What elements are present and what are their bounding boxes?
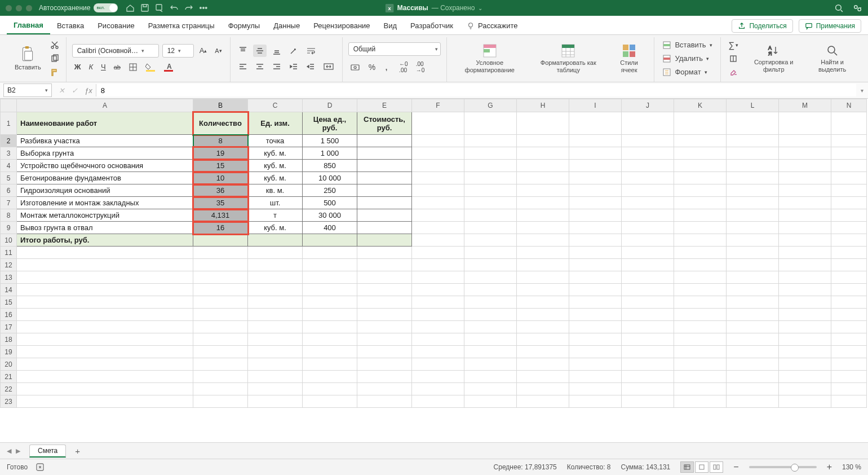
cell[interactable] xyxy=(357,247,412,259)
cell[interactable] xyxy=(779,296,831,309)
row-header[interactable]: 4 xyxy=(1,160,17,172)
cell[interactable] xyxy=(517,296,569,309)
cell[interactable] xyxy=(779,271,831,284)
cell[interactable] xyxy=(622,321,674,333)
cell[interactable] xyxy=(17,371,193,383)
cell[interactable]: т xyxy=(248,209,303,222)
cell[interactable] xyxy=(517,383,569,395)
cell[interactable] xyxy=(674,160,727,172)
cell[interactable] xyxy=(779,147,831,160)
cell[interactable] xyxy=(303,247,357,259)
maximize-dot[interactable] xyxy=(26,5,32,11)
cell[interactable] xyxy=(464,172,517,184)
cell[interactable] xyxy=(303,309,357,321)
strike-button[interactable]: ab xyxy=(112,62,123,72)
save-icon[interactable] xyxy=(140,3,149,12)
col-header[interactable]: G xyxy=(464,99,517,112)
cell[interactable] xyxy=(622,135,674,147)
row-header[interactable]: 23 xyxy=(1,395,17,408)
cell[interactable] xyxy=(569,284,622,296)
cell[interactable] xyxy=(303,259,357,271)
add-sheet-icon[interactable]: + xyxy=(72,445,83,457)
cell[interactable] xyxy=(464,346,517,358)
cell[interactable] xyxy=(464,135,517,147)
cell[interactable] xyxy=(517,358,569,371)
cell[interactable] xyxy=(831,346,867,358)
cell[interactable] xyxy=(193,321,248,333)
search-icon[interactable] xyxy=(834,3,844,13)
cell[interactable] xyxy=(357,222,412,234)
cell[interactable] xyxy=(303,271,357,284)
cell[interactable]: 36 xyxy=(193,184,248,197)
cell[interactable] xyxy=(831,284,867,296)
cell[interactable] xyxy=(674,247,727,259)
cell[interactable] xyxy=(17,321,193,333)
cell[interactable] xyxy=(248,296,303,309)
col-header[interactable]: A xyxy=(17,99,193,112)
cell[interactable] xyxy=(412,112,464,135)
cell[interactable] xyxy=(303,234,357,247)
cell[interactable]: 30 000 xyxy=(303,209,357,222)
redo-icon[interactable] xyxy=(184,3,193,12)
cell[interactable] xyxy=(569,358,622,371)
increase-indent-icon[interactable] xyxy=(304,60,317,73)
zoom-percent[interactable]: 130 % xyxy=(842,463,861,471)
cell[interactable] xyxy=(517,284,569,296)
clear-icon[interactable] xyxy=(727,66,741,78)
cell[interactable]: Выборка грунта xyxy=(17,147,193,160)
cell[interactable] xyxy=(727,160,779,172)
home-icon[interactable] xyxy=(126,3,135,12)
view-normal-icon[interactable] xyxy=(680,461,694,473)
cell[interactable]: 35 xyxy=(193,197,248,209)
cell[interactable] xyxy=(357,346,412,358)
cell[interactable] xyxy=(569,395,622,408)
cell[interactable] xyxy=(517,346,569,358)
col-header[interactable]: H xyxy=(517,99,569,112)
zoom-slider[interactable] xyxy=(749,466,817,468)
merge-icon[interactable] xyxy=(321,60,336,73)
cell[interactable] xyxy=(674,358,727,371)
cell[interactable] xyxy=(412,135,464,147)
cell[interactable] xyxy=(779,371,831,383)
cell[interactable] xyxy=(674,147,727,160)
cell[interactable] xyxy=(412,284,464,296)
cell[interactable] xyxy=(248,395,303,408)
cell[interactable] xyxy=(464,309,517,321)
cell[interactable] xyxy=(464,395,517,408)
cell[interactable] xyxy=(193,395,248,408)
cell[interactable] xyxy=(193,247,248,259)
cell[interactable] xyxy=(569,112,622,135)
cell[interactable] xyxy=(412,296,464,309)
row-header[interactable]: 2 xyxy=(1,135,17,147)
cell[interactable] xyxy=(464,383,517,395)
align-center-icon[interactable] xyxy=(253,60,267,73)
cell[interactable] xyxy=(622,284,674,296)
cell[interactable] xyxy=(357,296,412,309)
cell[interactable] xyxy=(831,135,867,147)
cell[interactable] xyxy=(831,247,867,259)
cell[interactable] xyxy=(831,160,867,172)
cell[interactable] xyxy=(779,247,831,259)
cell[interactable] xyxy=(622,271,674,284)
cell[interactable] xyxy=(193,358,248,371)
align-bottom-icon[interactable] xyxy=(270,45,284,57)
save-as-icon[interactable] xyxy=(155,3,164,12)
cell[interactable] xyxy=(727,321,779,333)
increase-decimal-icon[interactable]: ←0.00 xyxy=(397,59,410,75)
row-header[interactable]: 15 xyxy=(1,296,17,309)
cell[interactable] xyxy=(569,371,622,383)
row-header[interactable]: 22 xyxy=(1,383,17,395)
row-header[interactable]: 1 xyxy=(1,112,17,135)
cell[interactable] xyxy=(193,259,248,271)
format-painter-icon[interactable] xyxy=(49,67,60,78)
cell[interactable] xyxy=(674,296,727,309)
fx-icon[interactable]: ƒx xyxy=(81,86,96,95)
font-size-select[interactable]: 12▾ xyxy=(162,44,194,58)
cell[interactable] xyxy=(622,147,674,160)
zoom-out-icon[interactable]: − xyxy=(733,462,738,472)
cell[interactable] xyxy=(303,296,357,309)
row-header[interactable]: 5 xyxy=(1,172,17,184)
cell[interactable] xyxy=(464,333,517,346)
cell[interactable] xyxy=(779,284,831,296)
cell[interactable] xyxy=(357,209,412,222)
